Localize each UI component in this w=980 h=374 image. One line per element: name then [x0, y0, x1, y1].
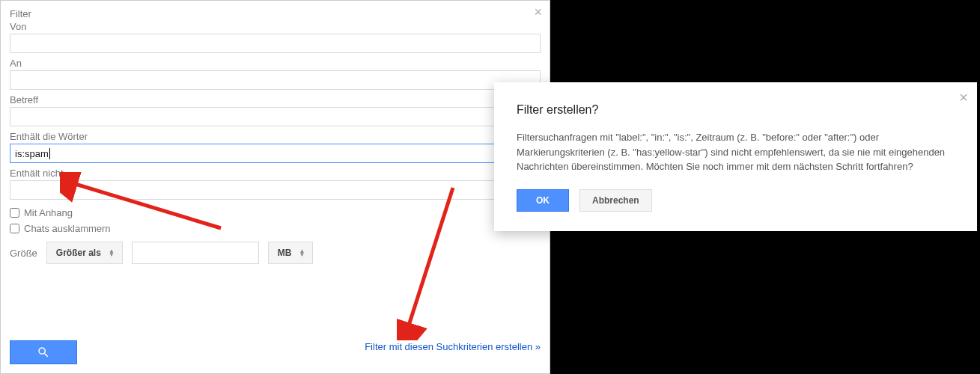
subject-label: Betreff [10, 94, 541, 105]
dialog-title: Filter erstellen? [517, 103, 955, 117]
size-value-input[interactable] [132, 242, 259, 264]
size-unit-value: MB [278, 248, 292, 258]
size-unit-select[interactable]: MB ▲▼ [268, 242, 314, 264]
close-icon[interactable]: × [959, 90, 968, 105]
to-input[interactable] [10, 70, 541, 90]
subject-input[interactable] [10, 107, 541, 126]
from-label: Von [10, 21, 541, 32]
not-has-label: Enthält nicht [10, 168, 541, 179]
to-label: An [10, 58, 541, 69]
size-operator-select[interactable]: Größer als ▲▼ [46, 242, 123, 264]
exclude-chats-label: Chats ausklammern [24, 223, 111, 234]
filter-panel: × Filter Von An Betreff Enthält die Wört… [0, 0, 550, 374]
has-attachment-checkbox[interactable] [10, 208, 19, 218]
not-has-input[interactable] [10, 180, 541, 200]
exclude-chats-checkbox[interactable] [10, 224, 19, 233]
text-caret [49, 148, 50, 159]
has-attachment-label: Mit Anhang [24, 207, 73, 218]
updown-icon: ▲▼ [299, 249, 305, 257]
confirm-dialog: × Filter erstellen? Filtersuchanfragen m… [494, 82, 977, 231]
cancel-button[interactable]: Abbrechen [579, 189, 652, 212]
close-icon[interactable]: × [534, 5, 542, 19]
ok-button[interactable]: OK [517, 189, 569, 212]
size-label: Größe [10, 248, 37, 259]
updown-icon: ▲▼ [109, 249, 115, 257]
from-input[interactable] [10, 34, 541, 53]
search-icon [37, 346, 50, 359]
search-button[interactable] [10, 340, 77, 364]
panel-title: Filter [10, 8, 541, 19]
dialog-button-row: OK Abbrechen [517, 189, 955, 212]
has-words-input[interactable]: is:spam [10, 144, 541, 163]
create-filter-link[interactable]: Filter mit diesen Suchkriterien erstelle… [365, 340, 541, 354]
dialog-body: Filtersuchanfragen mit "label:", "in:", … [517, 130, 955, 174]
has-words-label: Enthält die Wörter [10, 131, 541, 142]
has-words-value: is:spam [15, 148, 49, 159]
size-operator-value: Größer als [56, 248, 101, 258]
